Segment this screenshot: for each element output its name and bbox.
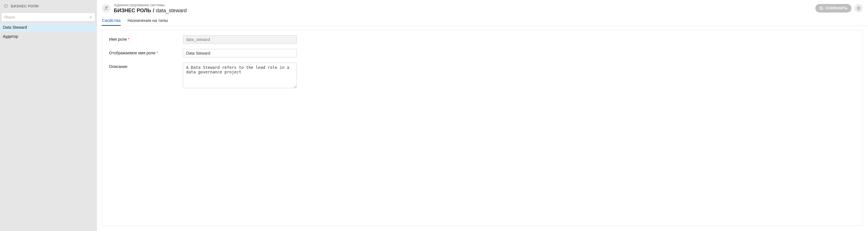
page-title-sub: data_steward — [156, 7, 187, 14]
sidebar: БИЗНЕС РОЛИ Data Steward Аудитор — [0, 0, 97, 231]
display-name-input[interactable] — [183, 49, 297, 58]
row-description: Описание — [109, 63, 856, 89]
required-asterisk: * — [157, 51, 158, 55]
list-item[interactable]: Data Steward — [0, 23, 96, 32]
tab-properties[interactable]: Свойства — [102, 16, 121, 26]
save-label: СОХРАНИТЬ — [826, 6, 847, 10]
page-title: БИЗНЕС РОЛЬ / data_steward — [114, 7, 815, 14]
description-textarea[interactable] — [183, 63, 297, 88]
save-button[interactable]: СОХРАНИТЬ — [815, 4, 851, 12]
trash-icon — [857, 6, 861, 10]
svg-point-3 — [105, 7, 107, 8]
role-list: Data Steward Аудитор — [0, 23, 96, 41]
svg-point-0 — [4, 4, 8, 8]
list-item[interactable]: Аудитор — [0, 32, 96, 41]
clear-icon[interactable] — [88, 14, 94, 20]
page-title-bold: БИЗНЕС РОЛЬ — [114, 7, 151, 14]
top-actions: СОХРАНИТЬ — [815, 4, 863, 12]
svg-point-4 — [107, 6, 108, 7]
breadcrumb: Администрирование системы — [114, 3, 815, 7]
description-label: Описание — [109, 63, 183, 69]
back-icon[interactable] — [3, 3, 9, 9]
save-icon — [819, 6, 823, 11]
delete-button[interactable] — [854, 4, 863, 12]
role-name-label: Имя роли* — [109, 35, 183, 41]
role-name-input — [183, 35, 297, 44]
tab-assignments[interactable]: Назначения на типы — [127, 16, 168, 26]
tabs: Свойства Назначения на типы — [97, 14, 868, 26]
role-icon — [102, 4, 111, 12]
role-name-label-text: Имя роли — [109, 37, 127, 41]
sidebar-header: БИЗНЕС РОЛИ — [0, 0, 96, 11]
properties-panel: Имя роли* Отображаемое имя роли* Описани… — [102, 30, 863, 226]
display-name-label: Отображаемое имя роли* — [109, 49, 183, 55]
row-display-name: Отображаемое имя роли* — [109, 49, 856, 58]
main: Администрирование системы БИЗНЕС РОЛЬ / … — [97, 0, 868, 231]
search-wrap — [1, 12, 95, 22]
required-asterisk: * — [128, 37, 129, 41]
sidebar-title: БИЗНЕС РОЛИ — [11, 4, 39, 8]
display-name-label-text: Отображаемое имя роли — [109, 51, 155, 55]
title-block: Администрирование системы БИЗНЕС РОЛЬ / … — [114, 3, 815, 14]
topbar: Администрирование системы БИЗНЕС РОЛЬ / … — [97, 0, 868, 14]
page-title-sep: / — [153, 7, 154, 14]
row-role-name: Имя роли* — [109, 35, 856, 44]
search-input[interactable] — [1, 12, 95, 22]
